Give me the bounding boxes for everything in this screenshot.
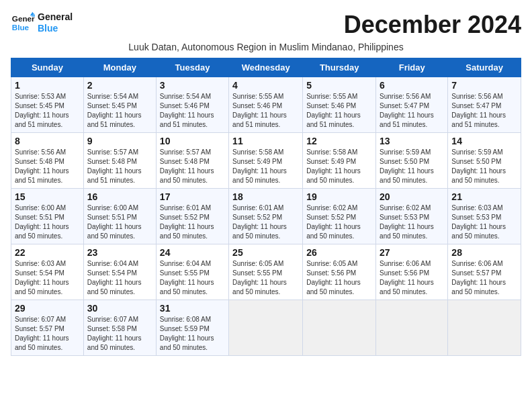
calendar-cell bbox=[448, 300, 521, 356]
logo-text: General Blue bbox=[38, 11, 73, 34]
svg-text:Blue: Blue bbox=[12, 23, 30, 32]
day-number: 13 bbox=[380, 136, 444, 146]
calendar-cell: 19 Sunrise: 6:02 AMSunset: 5:52 PMDaylig… bbox=[303, 189, 376, 244]
day-header-friday: Friday bbox=[376, 58, 448, 77]
week-row-1: 1 Sunrise: 5:53 AMSunset: 5:45 PMDayligh… bbox=[11, 77, 521, 133]
week-row-4: 22 Sunrise: 6:03 AMSunset: 5:54 PMDaylig… bbox=[11, 244, 521, 300]
calendar-cell: 10 Sunrise: 5:57 AMSunset: 5:48 PMDaylig… bbox=[156, 133, 228, 189]
calendar-cell: 12 Sunrise: 5:58 AMSunset: 5:49 PMDaylig… bbox=[303, 133, 376, 189]
subtitle: Luuk Datan, Autonomous Region in Muslim … bbox=[11, 42, 521, 52]
week-row-2: 8 Sunrise: 5:56 AMSunset: 5:48 PMDayligh… bbox=[11, 133, 521, 189]
calendar-cell: 6 Sunrise: 5:56 AMSunset: 5:47 PMDayligh… bbox=[376, 77, 448, 133]
cell-info: Sunrise: 5:55 AMSunset: 5:46 PMDaylight:… bbox=[232, 93, 287, 128]
day-number: 21 bbox=[451, 191, 517, 202]
day-number: 5 bbox=[306, 80, 372, 91]
month-title: December 2024 bbox=[344, 11, 521, 39]
day-number: 2 bbox=[87, 80, 152, 91]
cell-info: Sunrise: 6:02 AMSunset: 5:53 PMDaylight:… bbox=[380, 204, 434, 240]
day-number: 26 bbox=[306, 247, 372, 258]
calendar-cell: 7 Sunrise: 5:56 AMSunset: 5:47 PMDayligh… bbox=[448, 77, 521, 133]
day-number: 24 bbox=[160, 247, 225, 258]
day-number: 6 bbox=[380, 80, 444, 91]
day-number: 25 bbox=[232, 247, 299, 258]
cell-info: Sunrise: 5:59 AMSunset: 5:50 PMDaylight:… bbox=[451, 148, 506, 184]
calendar-cell: 28 Sunrise: 6:06 AMSunset: 5:57 PMDaylig… bbox=[448, 244, 521, 300]
week-row-3: 15 Sunrise: 6:00 AMSunset: 5:51 PMDaylig… bbox=[11, 189, 521, 244]
calendar-cell: 15 Sunrise: 6:00 AMSunset: 5:51 PMDaylig… bbox=[11, 189, 84, 244]
cell-info: Sunrise: 6:06 AMSunset: 5:56 PMDaylight:… bbox=[380, 260, 434, 295]
cell-info: Sunrise: 6:07 AMSunset: 5:57 PMDaylight:… bbox=[15, 316, 69, 351]
day-header-monday: Monday bbox=[83, 58, 156, 77]
calendar-cell: 29 Sunrise: 6:07 AMSunset: 5:57 PMDaylig… bbox=[11, 300, 84, 356]
calendar-cell: 21 Sunrise: 6:03 AMSunset: 5:53 PMDaylig… bbox=[448, 189, 521, 244]
calendar-cell: 3 Sunrise: 5:54 AMSunset: 5:46 PMDayligh… bbox=[156, 77, 228, 133]
day-number: 29 bbox=[15, 303, 80, 314]
day-number: 19 bbox=[306, 191, 372, 202]
cell-info: Sunrise: 6:04 AMSunset: 5:55 PMDaylight:… bbox=[160, 260, 214, 295]
logo-icon: General Blue bbox=[11, 11, 35, 35]
day-number: 27 bbox=[380, 247, 444, 258]
cell-info: Sunrise: 5:56 AMSunset: 5:47 PMDaylight:… bbox=[451, 93, 506, 128]
day-number: 7 bbox=[451, 80, 517, 91]
calendar-cell bbox=[376, 300, 448, 356]
days-header-row: SundayMondayTuesdayWednesdayThursdayFrid… bbox=[11, 58, 521, 77]
logo: General Blue General Blue bbox=[11, 11, 73, 35]
calendar-cell: 27 Sunrise: 6:06 AMSunset: 5:56 PMDaylig… bbox=[376, 244, 448, 300]
calendar-cell: 30 Sunrise: 6:07 AMSunset: 5:58 PMDaylig… bbox=[83, 300, 156, 356]
cell-info: Sunrise: 6:00 AMSunset: 5:51 PMDaylight:… bbox=[15, 204, 69, 240]
day-number: 23 bbox=[87, 247, 152, 258]
cell-info: Sunrise: 5:54 AMSunset: 5:45 PMDaylight:… bbox=[87, 93, 142, 128]
cell-info: Sunrise: 5:58 AMSunset: 5:49 PMDaylight:… bbox=[306, 148, 361, 184]
day-number: 16 bbox=[87, 191, 152, 202]
day-header-tuesday: Tuesday bbox=[156, 58, 228, 77]
day-number: 8 bbox=[15, 136, 80, 146]
cell-info: Sunrise: 5:57 AMSunset: 5:48 PMDaylight:… bbox=[160, 148, 214, 184]
calendar-cell: 4 Sunrise: 5:55 AMSunset: 5:46 PMDayligh… bbox=[229, 77, 303, 133]
calendar-cell: 5 Sunrise: 5:55 AMSunset: 5:46 PMDayligh… bbox=[303, 77, 376, 133]
day-number: 14 bbox=[451, 136, 517, 146]
cell-info: Sunrise: 5:57 AMSunset: 5:48 PMDaylight:… bbox=[87, 148, 142, 184]
day-header-wednesday: Wednesday bbox=[229, 58, 303, 77]
calendar-cell: 17 Sunrise: 6:01 AMSunset: 5:52 PMDaylig… bbox=[156, 189, 228, 244]
day-number: 31 bbox=[160, 303, 225, 314]
calendar-cell: 22 Sunrise: 6:03 AMSunset: 5:54 PMDaylig… bbox=[11, 244, 84, 300]
cell-info: Sunrise: 6:03 AMSunset: 5:54 PMDaylight:… bbox=[15, 260, 69, 295]
calendar-cell: 20 Sunrise: 6:02 AMSunset: 5:53 PMDaylig… bbox=[376, 189, 448, 244]
cell-info: Sunrise: 5:56 AMSunset: 5:48 PMDaylight:… bbox=[15, 148, 69, 184]
cell-info: Sunrise: 6:01 AMSunset: 5:52 PMDaylight:… bbox=[232, 204, 287, 240]
week-row-5: 29 Sunrise: 6:07 AMSunset: 5:57 PMDaylig… bbox=[11, 300, 521, 356]
calendar-table: SundayMondayTuesdayWednesdayThursdayFrid… bbox=[11, 58, 521, 356]
cell-info: Sunrise: 6:01 AMSunset: 5:52 PMDaylight:… bbox=[160, 204, 214, 240]
day-number: 10 bbox=[160, 136, 225, 146]
cell-info: Sunrise: 5:56 AMSunset: 5:47 PMDaylight:… bbox=[380, 93, 434, 128]
cell-info: Sunrise: 5:55 AMSunset: 5:46 PMDaylight:… bbox=[306, 93, 361, 128]
day-number: 9 bbox=[87, 136, 152, 146]
day-header-thursday: Thursday bbox=[303, 58, 376, 77]
calendar-cell bbox=[303, 300, 376, 356]
calendar-cell: 31 Sunrise: 6:08 AMSunset: 5:59 PMDaylig… bbox=[156, 300, 228, 356]
calendar-cell: 14 Sunrise: 5:59 AMSunset: 5:50 PMDaylig… bbox=[448, 133, 521, 189]
cell-info: Sunrise: 5:58 AMSunset: 5:49 PMDaylight:… bbox=[232, 148, 287, 184]
day-number: 20 bbox=[380, 191, 444, 202]
day-header-sunday: Sunday bbox=[11, 58, 84, 77]
day-number: 12 bbox=[306, 136, 372, 146]
calendar-cell: 23 Sunrise: 6:04 AMSunset: 5:54 PMDaylig… bbox=[83, 244, 156, 300]
calendar-cell: 1 Sunrise: 5:53 AMSunset: 5:45 PMDayligh… bbox=[11, 77, 84, 133]
calendar-cell: 2 Sunrise: 5:54 AMSunset: 5:45 PMDayligh… bbox=[83, 77, 156, 133]
calendar-cell: 9 Sunrise: 5:57 AMSunset: 5:48 PMDayligh… bbox=[83, 133, 156, 189]
calendar-cell: 8 Sunrise: 5:56 AMSunset: 5:48 PMDayligh… bbox=[11, 133, 84, 189]
cell-info: Sunrise: 5:54 AMSunset: 5:46 PMDaylight:… bbox=[160, 93, 214, 128]
day-number: 3 bbox=[160, 80, 225, 91]
day-number: 22 bbox=[15, 247, 80, 258]
calendar-cell: 13 Sunrise: 5:59 AMSunset: 5:50 PMDaylig… bbox=[376, 133, 448, 189]
cell-info: Sunrise: 6:03 AMSunset: 5:53 PMDaylight:… bbox=[451, 204, 506, 240]
day-number: 11 bbox=[232, 136, 299, 146]
cell-info: Sunrise: 5:59 AMSunset: 5:50 PMDaylight:… bbox=[380, 148, 434, 184]
cell-info: Sunrise: 6:07 AMSunset: 5:58 PMDaylight:… bbox=[87, 316, 142, 351]
cell-info: Sunrise: 6:00 AMSunset: 5:51 PMDaylight:… bbox=[87, 204, 142, 240]
calendar-cell: 26 Sunrise: 6:05 AMSunset: 5:56 PMDaylig… bbox=[303, 244, 376, 300]
day-number: 1 bbox=[15, 80, 80, 91]
cell-info: Sunrise: 6:08 AMSunset: 5:59 PMDaylight:… bbox=[160, 316, 214, 351]
cell-info: Sunrise: 6:05 AMSunset: 5:56 PMDaylight:… bbox=[306, 260, 361, 295]
day-number: 15 bbox=[15, 191, 80, 202]
